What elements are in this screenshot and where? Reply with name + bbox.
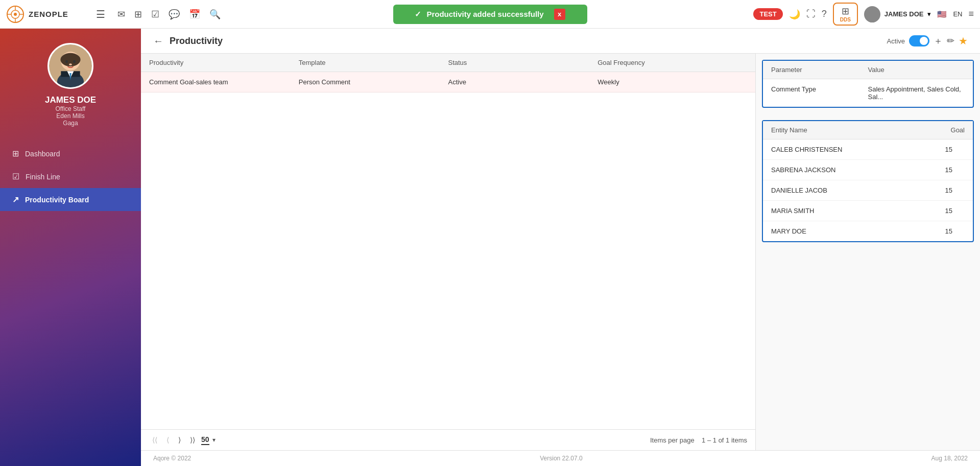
language-label: EN (953, 10, 962, 18)
entity-name-2: DANIELLE JACOB (771, 187, 945, 194)
entity-name-3: MARIA SMITH (771, 207, 945, 215)
dds-button[interactable]: ⊞ DDS (833, 3, 858, 26)
param-value: Sales Appointment, Sales Cold, Sal... (868, 85, 965, 101)
dark-mode-icon[interactable]: 🌙 (789, 9, 800, 20)
parameter-panel: Parameter Value Comment Type Sales Appoi… (762, 60, 974, 108)
logo-icon (6, 5, 25, 24)
next-page-button[interactable]: ⟩ (175, 435, 184, 445)
entity-panel: Entity Name Goal CALEB CHRISTENSEN 15 SA… (762, 120, 974, 242)
mail-icon[interactable]: ✉ (117, 9, 125, 20)
param-col-value: Value (868, 66, 965, 74)
page-title: Productivity (170, 36, 223, 46)
entity-goal-1: 15 (945, 166, 965, 174)
productivity-icon: ↗ (12, 195, 19, 204)
sidebar-item-finish-line[interactable]: ☑ Finish Line (0, 165, 141, 188)
page-size-dropdown-icon[interactable]: ▾ (212, 436, 216, 444)
first-page-button[interactable]: ⟨⟨ (149, 435, 160, 445)
help-icon[interactable]: ? (822, 9, 827, 19)
prev-page-button[interactable]: ⟨ (163, 435, 172, 445)
top-nav: ZENOPLE ☰ ✉ ⊞ ☑ 💬 📅 🔍 ✓ Productivity add… (0, 0, 980, 29)
profile-name: JAMES DOE (45, 95, 96, 105)
entity-goal-3: 15 (945, 207, 965, 215)
app-name: ZENOPLE (29, 10, 68, 18)
avatar (47, 43, 93, 89)
active-toggle[interactable] (909, 35, 929, 46)
sidebar-item-dashboard[interactable]: ⊞ Dashboard (0, 142, 141, 165)
entity-row-0[interactable]: CALEB CHRISTENSEN 15 (763, 139, 973, 160)
content-area: ← Productivity Active ＋ ✏ ★ Productivity… (141, 29, 980, 466)
success-close-button[interactable]: x (554, 9, 565, 20)
checkmark-icon: ✓ (415, 10, 421, 19)
entity-row-2[interactable]: DANIELLE JACOB 15 (763, 180, 973, 201)
hamburger-icon[interactable]: ☰ (96, 8, 105, 20)
profile-sub: Gaga (63, 120, 78, 127)
entity-name-1: SABRENA JACKSON (771, 166, 945, 174)
entity-col-goal: Goal (951, 126, 965, 134)
svg-point-8 (867, 16, 877, 22)
profile-company: Eden Mills (56, 112, 84, 120)
test-badge: TEST (753, 8, 782, 20)
main-table: Productivity Template Status Goal Freque… (141, 54, 755, 450)
svg-point-17 (73, 60, 76, 63)
success-banner: ✓ Productivity added successfully x (393, 5, 587, 24)
check-icon[interactable]: ☑ (151, 9, 159, 20)
add-button[interactable]: ＋ (934, 35, 943, 47)
active-label: Active (887, 37, 905, 45)
entity-row-3[interactable]: MARIA SMITH 15 (763, 201, 973, 221)
search-icon[interactable]: 🔍 (209, 9, 221, 20)
profile-role: Office Staff (56, 105, 86, 112)
entity-row-4[interactable]: MARY DOE 15 (763, 221, 973, 241)
table-wrapper: Productivity Template Status Goal Freque… (141, 54, 980, 450)
sidebar-item-productivity-board[interactable]: ↗ Productivity Board (0, 188, 141, 211)
param-row[interactable]: Comment Type Sales Appointment, Sales Co… (763, 79, 973, 107)
page-header-right: Active ＋ ✏ ★ (887, 35, 968, 47)
entity-name-4: MARY DOE (771, 227, 945, 235)
svg-point-2 (14, 13, 17, 16)
last-page-button[interactable]: ⟩⟩ (187, 435, 198, 445)
sidebar-item-label: Dashboard (25, 150, 60, 158)
flag-icon: 🇺🇸 (937, 10, 947, 19)
dashboard-icon: ⊞ (12, 149, 19, 158)
entity-name-0: CALEB CHRISTENSEN (771, 146, 945, 153)
right-panels: Parameter Value Comment Type Sales Appoi… (755, 54, 980, 450)
cell-goal-frequency: Weekly (597, 78, 747, 86)
profile-area: JAMES DOE Office Staff Eden Mills Gaga (0, 29, 141, 137)
entity-panel-header: Entity Name Goal (763, 121, 973, 139)
edit-button[interactable]: ✏ (947, 35, 954, 46)
svg-point-7 (869, 9, 875, 15)
fullscreen-icon[interactable]: ⛶ (806, 9, 816, 19)
logo-area: ZENOPLE (6, 5, 88, 24)
items-per-page-label: Items per page (650, 436, 695, 444)
cell-status: Active (448, 78, 598, 86)
favorite-button[interactable]: ★ (959, 35, 968, 47)
param-col-parameter: Parameter (771, 66, 868, 74)
col-template: Template (299, 59, 448, 66)
pagination-info: Items per page 1 – 1 of 1 items (650, 436, 747, 444)
entity-row-1[interactable]: SABRENA JACKSON 15 (763, 160, 973, 180)
pagination-bar: ⟨⟨ ⟨ ⟩ ⟩⟩ 50 ▾ Items per page 1 – 1 of 1… (141, 429, 755, 450)
finish-line-icon: ☑ (12, 172, 19, 181)
col-status: Status (448, 59, 598, 66)
user-avatar (864, 6, 880, 22)
svg-point-16 (65, 60, 68, 63)
svg-point-18 (69, 63, 72, 65)
table-row[interactable]: Comment Goal-sales team Person Comment A… (141, 72, 755, 92)
user-menu-button[interactable]: JAMES DOE ▾ (864, 6, 931, 22)
pagination-range: 1 – 1 of 1 items (702, 436, 747, 444)
dropdown-arrow-icon: ▾ (927, 10, 931, 18)
nav-menu-icon[interactable]: ≡ (968, 9, 974, 19)
table-icon[interactable]: ⊞ (134, 9, 142, 20)
sidebar-item-label: Productivity Board (25, 196, 89, 204)
footer-date: Aug 18, 2022 (931, 455, 968, 462)
back-button[interactable]: ← (153, 35, 163, 47)
col-goal-frequency: Goal Frequency (597, 59, 747, 66)
calendar-icon[interactable]: 📅 (189, 9, 200, 20)
cell-template: Person Comment (299, 78, 448, 86)
footer: Aqore © 2022 Version 22.07.0 Aug 18, 202… (141, 450, 980, 466)
dds-grid-icon: ⊞ (842, 6, 849, 17)
chat-icon[interactable]: 💬 (169, 9, 180, 20)
entity-col-name: Entity Name (771, 126, 951, 134)
page-header-left: ← Productivity (153, 35, 223, 47)
entity-goal-2: 15 (945, 187, 965, 194)
nav-right: TEST 🌙 ⛶ ? ⊞ DDS JAMES DOE ▾ 🇺🇸 EN ≡ (753, 3, 974, 26)
